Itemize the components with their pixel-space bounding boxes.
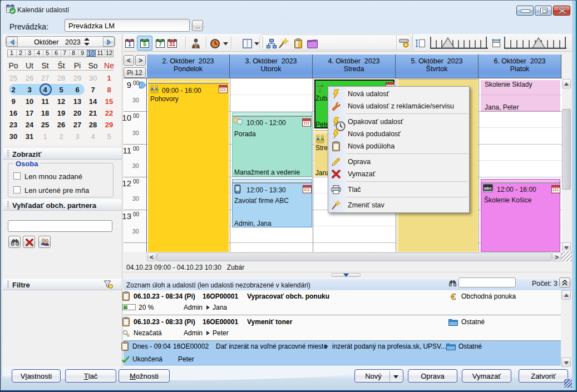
svg-text:7: 7: [159, 41, 162, 47]
svg-text:1: 1: [128, 41, 131, 47]
svg-text:31: 31: [169, 41, 176, 47]
svg-text:€: €: [451, 292, 456, 300]
svg-text:5: 5: [143, 41, 146, 47]
svg-text:abc: abc: [484, 186, 492, 191]
